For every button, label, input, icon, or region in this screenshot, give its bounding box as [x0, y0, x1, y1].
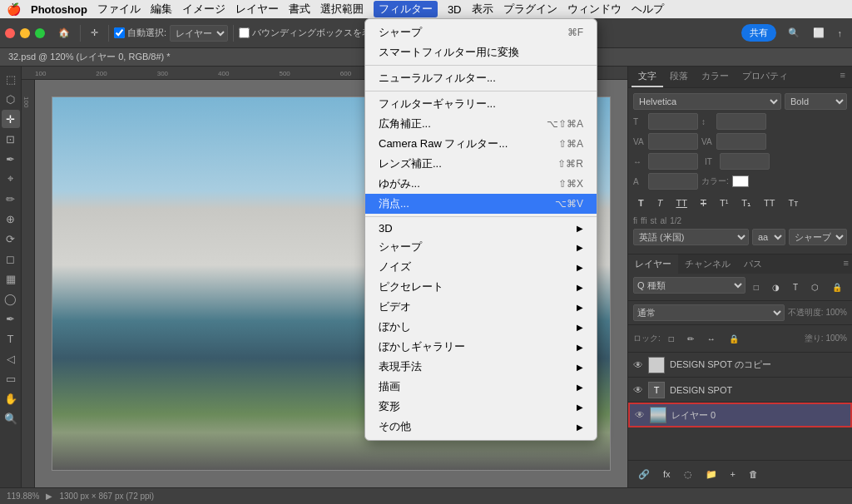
- eraser-tool[interactable]: ◻: [2, 250, 20, 268]
- shape-tool[interactable]: ▭: [2, 369, 20, 388]
- layer-2-eye[interactable]: 👁: [635, 409, 645, 421]
- layer-1-eye[interactable]: 👁: [633, 384, 643, 396]
- move-tool-box[interactable]: ✛: [2, 110, 20, 128]
- filter-menu-item-other[interactable]: その他 ▶: [365, 417, 597, 437]
- font-style-select[interactable]: Bold: [785, 93, 847, 110]
- underline-button[interactable]: TT: [671, 193, 691, 213]
- eyedropper-tool[interactable]: ✒: [2, 150, 20, 168]
- menu-select[interactable]: 選択範囲: [320, 2, 364, 17]
- auto-select-checkbox[interactable]: [114, 27, 125, 38]
- baseline-input[interactable]: 0 px: [648, 173, 698, 190]
- font-family-select[interactable]: Helvetica: [633, 93, 781, 110]
- new-layer-btn[interactable]: +: [726, 464, 741, 484]
- history-tool[interactable]: ⟳: [2, 230, 20, 248]
- export-button[interactable]: ↑: [833, 23, 848, 43]
- superscript-button[interactable]: T¹: [715, 193, 733, 213]
- hand-tool[interactable]: ✋: [2, 389, 20, 408]
- pen-tool[interactable]: ✒: [2, 309, 20, 328]
- tab-paragraph[interactable]: 段落: [663, 67, 695, 87]
- menu-3d[interactable]: 3D: [448, 3, 462, 16]
- menu-window[interactable]: ウィンドウ: [567, 2, 622, 17]
- menu-type[interactable]: 書式: [289, 2, 310, 17]
- tab-paths[interactable]: パス: [737, 254, 769, 274]
- lasso-tool[interactable]: ⬡: [2, 90, 20, 108]
- text-tool[interactable]: T: [2, 329, 20, 348]
- layer-item-1[interactable]: 👁 T DESIGN SPOT: [628, 378, 852, 403]
- blend-mode-select[interactable]: 通常: [633, 304, 785, 321]
- strikethrough-button[interactable]: T̶: [696, 193, 711, 213]
- menu-filter[interactable]: フィルター: [374, 1, 438, 17]
- window-layout-button[interactable]: ⬜: [808, 23, 830, 43]
- window-maximize[interactable]: [35, 28, 45, 38]
- subscript-button[interactable]: T₁: [736, 193, 755, 213]
- clone-tool[interactable]: ⊕: [2, 210, 20, 228]
- filter-text-btn[interactable]: T: [788, 277, 803, 297]
- filter-menu-item-3d[interactable]: 3D ▶: [365, 220, 597, 237]
- menu-view[interactable]: 表示: [472, 2, 493, 17]
- menu-layer[interactable]: レイヤー: [235, 2, 279, 17]
- filter-menu-item-pixelate[interactable]: ピクセレート ▶: [365, 277, 597, 297]
- filter-menu-item-vanishing[interactable]: 消点... ⌥⌘V: [365, 194, 597, 214]
- home-button[interactable]: 🏠: [53, 23, 75, 43]
- caps-button[interactable]: TT: [759, 193, 780, 213]
- window-close[interactable]: [5, 28, 15, 38]
- filter-pixel-btn[interactable]: □: [749, 277, 764, 297]
- italic-button[interactable]: T: [652, 193, 668, 213]
- crop-tool[interactable]: ⊡: [2, 130, 20, 148]
- apple-menu[interactable]: 🍎: [7, 2, 21, 16]
- tab-color[interactable]: カラー: [695, 67, 736, 87]
- tab-properties[interactable]: プロパティ: [736, 67, 795, 87]
- menu-plugins[interactable]: プラグイン: [503, 2, 557, 17]
- panel-menu-btn[interactable]: ≡: [837, 67, 849, 87]
- aa-select[interactable]: aa: [752, 229, 785, 245]
- layer-0-eye[interactable]: 👁: [633, 359, 643, 371]
- filter-menu-item-cameraraw[interactable]: Camera Raw フィルター... ⇧⌘A: [365, 134, 597, 154]
- zoom-tool[interactable]: 🔍: [2, 409, 20, 427]
- menu-edit[interactable]: 編集: [151, 2, 172, 17]
- filter-shape-btn[interactable]: ⬡: [806, 277, 824, 297]
- add-style-btn[interactable]: fx: [658, 464, 676, 484]
- bold-button[interactable]: T: [633, 193, 649, 213]
- filter-smart-btn[interactable]: 🔒: [827, 277, 847, 297]
- window-minimize[interactable]: [20, 28, 30, 38]
- layer-item-2[interactable]: 👁 レイヤー 0: [628, 403, 852, 427]
- heal-tool[interactable]: ⌖: [2, 170, 20, 188]
- filter-adj-btn[interactable]: ◑: [767, 277, 785, 297]
- filter-menu-item-blur[interactable]: ぼかし ▶: [365, 317, 597, 337]
- layers-panel-menu[interactable]: ≡: [840, 254, 852, 274]
- color-swatch[interactable]: [732, 175, 749, 187]
- new-group-btn[interactable]: 📁: [701, 464, 722, 484]
- filter-menu-item-render[interactable]: 描画 ▶: [365, 377, 597, 397]
- layer-kind-select[interactable]: レイヤー: [170, 25, 228, 42]
- scale-v-input[interactable]: 100%: [720, 153, 770, 170]
- filter-menu-item-video[interactable]: ビデオ ▶: [365, 297, 597, 317]
- filter-menu-item-lens[interactable]: レンズ補正... ⇧⌘R: [365, 154, 597, 174]
- kerning-input[interactable]: 0: [648, 133, 698, 150]
- filter-menu-item-sharpen[interactable]: シャープ ▶: [365, 237, 597, 257]
- dodge-tool[interactable]: ◯: [2, 289, 20, 308]
- layer-item-0[interactable]: 👁 DESIGN SPOT のコピー: [628, 353, 852, 378]
- bounding-box-checkbox[interactable]: [239, 27, 250, 38]
- filter-menu-item-liquify[interactable]: ゆがみ... ⇧⌘X: [365, 174, 597, 194]
- add-mask-btn[interactable]: ◌: [679, 464, 697, 484]
- search-button[interactable]: 🔍: [783, 23, 805, 43]
- select-tool[interactable]: ⬚: [2, 70, 20, 88]
- tracking-input[interactable]: 0: [716, 133, 766, 150]
- tab-channels[interactable]: チャンネル: [678, 254, 737, 274]
- lock-image-btn[interactable]: ✏: [682, 329, 699, 348]
- gradient-tool[interactable]: ▦: [2, 269, 20, 288]
- filter-menu-item-smart[interactable]: スマートフィルター用に変換: [365, 42, 597, 62]
- filter-menu-item-distort[interactable]: 変形 ▶: [365, 397, 597, 417]
- lock-position-btn[interactable]: ↔: [702, 329, 721, 348]
- scale-h-input[interactable]: 100%: [648, 153, 698, 170]
- menu-help[interactable]: ヘルプ: [632, 2, 664, 17]
- filter-menu-item-wideangle[interactable]: 広角補正... ⌥⇧⌘A: [365, 114, 597, 134]
- filter-menu-item-neural[interactable]: ニューラルフィルター...: [365, 68, 597, 88]
- filter-menu-item-gallery[interactable]: フィルターギャラリー...: [365, 94, 597, 114]
- font-size-input[interactable]: 11.34 px: [648, 113, 698, 130]
- delete-layer-btn[interactable]: 🗑: [744, 464, 763, 484]
- leading-input[interactable]: 14 px: [716, 113, 766, 130]
- path-select-tool[interactable]: ◁: [2, 349, 20, 368]
- antialiasing-select[interactable]: シャープ: [789, 229, 847, 245]
- link-layers-btn[interactable]: 🔗: [633, 464, 655, 484]
